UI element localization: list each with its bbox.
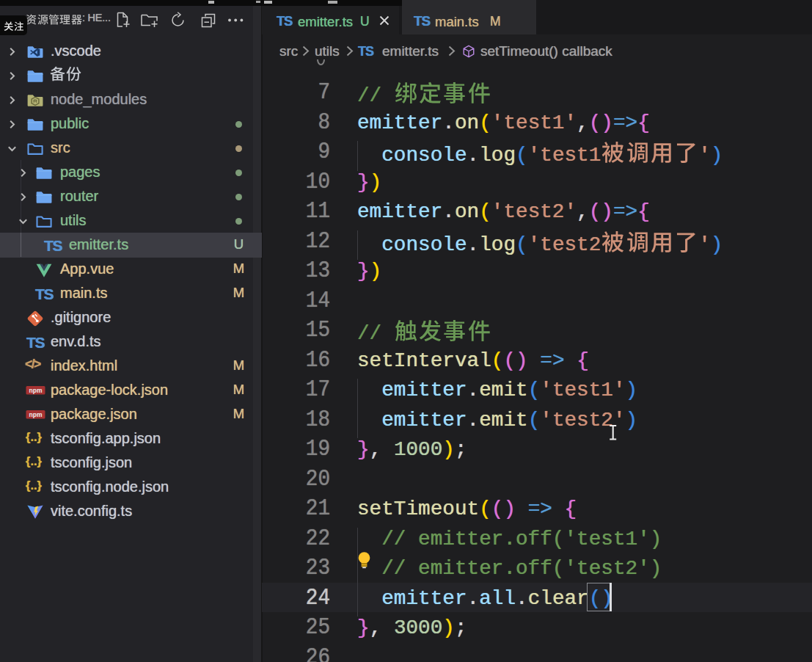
svg-text:npm: npm [29, 387, 43, 394]
svg-text:npm: npm [29, 411, 43, 418]
